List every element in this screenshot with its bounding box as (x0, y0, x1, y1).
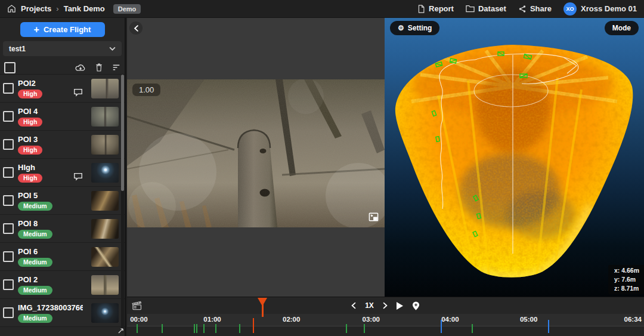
breadcrumb-current[interactable]: Tank Demo (64, 4, 105, 13)
mode-button[interactable]: Mode (605, 21, 639, 35)
severity-badge: Medium (18, 258, 52, 267)
poi-name: POI 3 (18, 135, 83, 144)
prev-frame-button[interactable] (351, 302, 356, 309)
list-item[interactable]: POI 3 High (0, 131, 125, 159)
flight-select-value: test1 (9, 45, 26, 53)
timeline-tick-green (346, 324, 347, 333)
poi-checkbox[interactable] (3, 139, 14, 150)
add-poi-pin-icon[interactable] (412, 301, 420, 310)
coord-x: x: 4.66m (614, 267, 639, 275)
timeline-tick-green (162, 324, 163, 333)
timeline-tick-green (203, 324, 205, 333)
comment-icon[interactable] (73, 88, 83, 97)
sidebar-scrollbar[interactable] (121, 75, 124, 332)
poi-thumbnail[interactable] (91, 275, 119, 295)
poi-checkbox[interactable] (3, 83, 14, 94)
user-name: Xross Demo 01 (581, 4, 637, 13)
timeline-tick-green (194, 324, 195, 333)
breadcrumb-separator: › (56, 4, 58, 13)
pointcloud-viewer[interactable]: ⚙ Setting Mode x: 4.66m y: 7.6m z: 8.71m (385, 18, 644, 297)
report-button[interactable]: Report (417, 4, 454, 13)
timeline-tick-green (196, 324, 197, 333)
comment-icon[interactable] (73, 172, 83, 181)
list-item[interactable]: POI2 High (0, 75, 125, 103)
list-item[interactable]: IMG_1723800376620... Medium (0, 299, 125, 327)
poi-checkbox[interactable] (3, 223, 14, 234)
list-item[interactable]: POI 2 Medium (0, 271, 125, 299)
coord-z: z: 8.71m (614, 285, 639, 292)
list-item[interactable]: POI 5 Medium (0, 187, 125, 215)
next-frame-button[interactable] (383, 302, 388, 309)
timeline-tick-green (364, 324, 365, 333)
breadcrumb-projects[interactable]: Projects (21, 4, 51, 13)
poi-name: POI 6 (18, 247, 83, 256)
project-demo-badge: Demo (113, 4, 141, 14)
poi-name: POI 5 (18, 191, 83, 200)
picture-in-picture-icon[interactable] (369, 212, 379, 221)
flight-select-dropdown[interactable]: test1 (3, 41, 122, 56)
poi-name: POI 4 (18, 107, 83, 116)
poi-thumbnail[interactable] (91, 79, 119, 98)
poi-checkbox[interactable] (3, 111, 14, 122)
app-window: Projects › Tank Demo Demo Report Dataset (0, 0, 644, 336)
sort-icon[interactable] (112, 64, 120, 71)
list-item[interactable]: POI 6 Medium (0, 243, 125, 271)
select-all-checkbox[interactable] (4, 62, 16, 73)
share-button[interactable]: Share (518, 4, 552, 13)
list-item[interactable]: HIgh High (0, 159, 125, 187)
scrollbar-thumb[interactable] (121, 75, 124, 191)
timeline-tick-green (472, 324, 473, 333)
home-icon[interactable] (7, 4, 16, 13)
poi-checkbox[interactable] (3, 307, 14, 318)
create-flight-button[interactable]: + Create Flight (20, 22, 105, 37)
severity-badge: High (18, 90, 42, 98)
list-item[interactable]: POI 8 Medium (0, 215, 125, 243)
poi-thumbnail[interactable] (91, 163, 119, 183)
plus-icon: + (34, 25, 39, 35)
cloud-download-icon[interactable] (75, 63, 86, 72)
gear-icon: ⚙ (398, 24, 404, 32)
user-menu[interactable]: XO Xross Demo 01 (564, 2, 637, 16)
setting-label: Setting (408, 24, 432, 32)
poi-name: POI2 (18, 79, 69, 88)
timeline-tick-green (215, 324, 216, 333)
trash-icon[interactable] (95, 63, 103, 72)
dataset-button[interactable]: Dataset (466, 4, 506, 13)
poi-thumbnail[interactable] (91, 107, 119, 127)
inspection-photo[interactable]: 1.00 (127, 79, 385, 227)
poi-name: POI 2 (18, 275, 83, 284)
timeline-tick-blue (441, 320, 442, 333)
poi-thumbnail[interactable] (91, 247, 119, 267)
poi-list-toolbar (3, 60, 122, 75)
timeline-tick-green (239, 324, 240, 333)
poi-checkbox[interactable] (3, 167, 14, 178)
playback-speed[interactable]: 1X (365, 301, 374, 310)
share-label: Share (530, 4, 552, 13)
poi-checkbox[interactable] (3, 251, 14, 262)
clapperboard-icon[interactable] (132, 301, 142, 310)
poi-thumbnail[interactable] (91, 191, 119, 211)
cursor-coordinates: x: 4.66m y: 7.6m z: 8.71m (608, 265, 644, 294)
timeline-bar: 1X 00:0001:0002:0003:0004:0005:0006:34 (127, 297, 644, 336)
severity-badge: High (18, 146, 42, 155)
poi-list: POI2 High POI 4 High POI 3 (0, 74, 125, 336)
timeline-ticks (127, 314, 644, 336)
setting-button[interactable]: ⚙ Setting (390, 21, 439, 35)
poi-checkbox[interactable] (3, 195, 14, 206)
poi-checkbox[interactable] (3, 279, 14, 290)
poi-thumbnail[interactable] (91, 303, 119, 323)
dataset-label: Dataset (478, 4, 506, 13)
poi-thumbnail[interactable] (91, 135, 119, 155)
poi-thumbnail[interactable] (91, 219, 119, 239)
user-avatar: XO (564, 2, 577, 16)
mode-label: Mode (612, 24, 631, 32)
severity-badge: Medium (18, 314, 52, 323)
list-item[interactable]: POI 4 High (0, 103, 125, 131)
chevron-down-icon (109, 47, 116, 51)
back-button[interactable] (129, 21, 143, 35)
resize-handle-icon[interactable] (118, 326, 123, 335)
play-button[interactable] (397, 302, 403, 310)
photo-panel: 1.00 (127, 18, 385, 297)
pointcloud-render (385, 18, 644, 297)
severity-badge: High (18, 174, 42, 183)
